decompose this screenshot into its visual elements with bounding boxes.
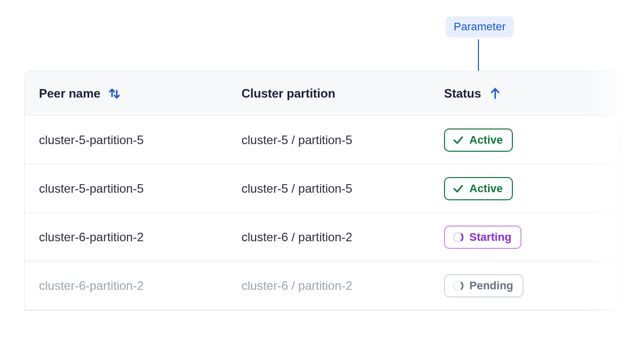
table-row[interactable]: cluster-5-partition-5cluster-5 / partiti… (25, 164, 619, 213)
status-label: Active (469, 182, 503, 195)
sort-both-icon (107, 86, 122, 101)
table-header-row: Peer name Cluster partition Status (25, 71, 619, 116)
callout-parameter: Parameter (446, 16, 514, 37)
status-badge: Active (444, 177, 513, 200)
table-row[interactable]: cluster-5-partition-5cluster-5 / partiti… (25, 116, 619, 164)
cell-cluster-partition: cluster-6 / partition-2 (242, 230, 444, 244)
status-label: Pending (469, 279, 513, 292)
status-badge: Active (444, 128, 513, 152)
peer-name-text: cluster-6-partition-2 (39, 279, 144, 293)
sort-asc-icon (488, 86, 502, 101)
column-header-label: Cluster partition (242, 86, 335, 101)
partition-text: cluster-5 / partition-5 (242, 182, 352, 196)
spinner-icon (452, 231, 464, 243)
partition-text: cluster-6 / partition-2 (242, 230, 352, 244)
peer-name-text: cluster-5-partition-5 (39, 182, 144, 196)
table-row[interactable]: cluster-6-partition-2cluster-6 / partiti… (25, 213, 619, 262)
column-header-status[interactable]: Status (444, 86, 605, 101)
spinner-icon (452, 280, 464, 292)
cell-status: Pending (444, 274, 605, 297)
column-header-cluster-partition[interactable]: Cluster partition (242, 86, 444, 101)
column-header-peer-name[interactable]: Peer name (39, 86, 242, 101)
cell-status: Active (444, 128, 605, 152)
status-badge: Pending (444, 274, 524, 297)
partition-text: cluster-6 / partition-2 (242, 279, 352, 293)
peer-name-text: cluster-6-partition-2 (39, 230, 144, 244)
cell-peer-name: cluster-5-partition-5 (39, 133, 242, 147)
table-row[interactable]: cluster-6-partition-2cluster-6 / partiti… (25, 262, 619, 310)
check-icon (452, 183, 464, 195)
cell-peer-name: cluster-5-partition-5 (39, 182, 242, 196)
cell-cluster-partition: cluster-5 / partition-5 (242, 182, 444, 196)
cell-status: Starting (444, 226, 605, 249)
cell-cluster-partition: cluster-6 / partition-2 (242, 279, 444, 293)
partition-text: cluster-5 / partition-5 (242, 133, 352, 147)
status-badge: Starting (444, 226, 521, 249)
check-icon (452, 134, 464, 146)
peers-table: Peer name Cluster partition Status clust… (24, 71, 620, 311)
cell-status: Active (444, 177, 605, 200)
column-header-label: Peer name (39, 86, 100, 101)
cell-peer-name: cluster-6-partition-2 (39, 230, 242, 244)
column-header-label: Status (444, 86, 481, 101)
status-label: Starting (469, 231, 511, 244)
cell-peer-name: cluster-6-partition-2 (39, 279, 242, 293)
peer-name-text: cluster-5-partition-5 (39, 133, 144, 147)
cell-cluster-partition: cluster-5 / partition-5 (242, 133, 444, 147)
status-label: Active (469, 134, 503, 147)
